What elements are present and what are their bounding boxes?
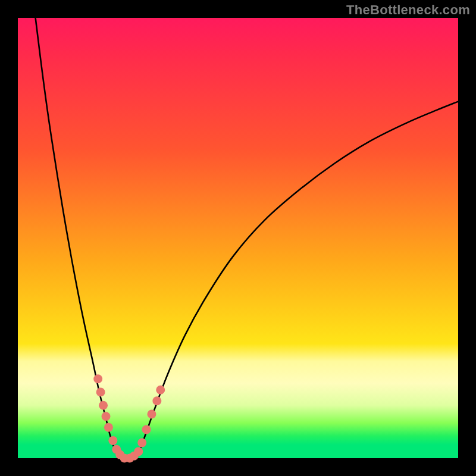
data-point <box>152 396 161 405</box>
data-point <box>93 374 102 383</box>
plot-area <box>18 18 458 458</box>
chart-frame: TheBottleneck.com <box>0 0 476 476</box>
data-point <box>96 388 105 397</box>
data-point <box>99 401 108 410</box>
marker-group <box>93 374 165 462</box>
data-point <box>104 423 113 432</box>
data-point <box>156 386 165 394</box>
data-point <box>108 436 117 445</box>
watermark-text: TheBottleneck.com <box>346 2 470 18</box>
data-point <box>147 410 156 419</box>
data-point <box>102 412 111 421</box>
data-point <box>137 439 146 447</box>
data-point <box>134 447 143 456</box>
curve-svg <box>18 18 458 458</box>
data-point <box>142 425 151 434</box>
